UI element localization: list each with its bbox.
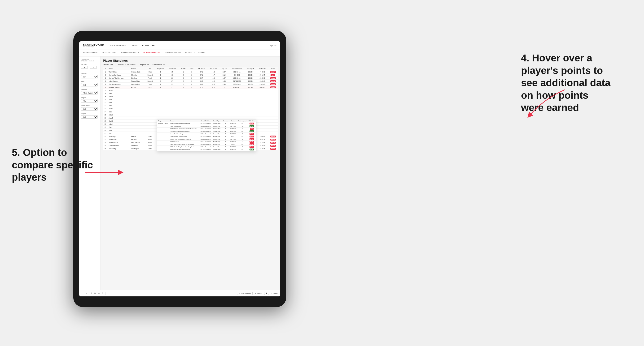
row-school[interactable]	[130, 92, 146, 95]
popup-rounds[interactable]: 3	[222, 148, 229, 151]
popup-event[interactable]: UNCW Seahawk Intercollegiate	[169, 122, 199, 125]
row-vs50[interactable]: 63-54-6	[256, 80, 268, 83]
popup-points-badge[interactable]: 16.50	[250, 138, 254, 140]
row-vs50[interactable]: 29-38-2	[256, 135, 268, 138]
row-conf-rank[interactable]: 21	[166, 83, 178, 86]
row-vs50[interactable]	[256, 95, 268, 98]
popup-wpoints[interactable]: 20.64	[248, 122, 256, 125]
row-wins[interactable]	[188, 113, 195, 116]
row-avg-par[interactable]: -2.0	[208, 86, 220, 89]
popup-rounds[interactable]: 3	[222, 128, 229, 130]
popup-rounds[interactable]: 3	[222, 125, 229, 128]
row-player[interactable]: Luke Clanton	[108, 80, 130, 83]
row-num[interactable]: 7	[103, 89, 108, 92]
popup-status[interactable]: PLAYED	[229, 130, 237, 133]
popup-status[interactable]: PLAYED	[229, 128, 237, 130]
row-reg-rank[interactable]: 2	[155, 86, 166, 89]
row-yr[interactable]	[145, 95, 155, 98]
popup-event[interactable]: The Cypress Point Classic	[169, 135, 199, 138]
popup-status[interactable]: NULL	[229, 143, 237, 146]
row-player[interactable]: Michael Thorbjornsen	[108, 77, 130, 80]
points-badge[interactable]: 58.49	[270, 148, 276, 150]
no-rds-min-input[interactable]	[81, 66, 88, 69]
row-player[interactable]: Christo Lamprecht	[108, 83, 130, 86]
popup-event[interactable]: SEC Match Play hosted by Jerry Pate	[169, 143, 199, 146]
row-points[interactable]	[268, 126, 278, 129]
popup-event[interactable]: Fallen Oak Collegiate Invitational	[169, 138, 199, 141]
row-record[interactable]	[229, 110, 245, 113]
row-school[interactable]	[130, 126, 146, 129]
row-num[interactable]: 1	[103, 70, 108, 73]
row-record[interactable]: 381-61-11	[229, 70, 245, 73]
row-vs25[interactable]	[245, 95, 256, 98]
row-vs50[interactable]	[256, 113, 268, 116]
popup-rank[interactable]: +1	[237, 148, 248, 151]
row-yr[interactable]: Fourth	[145, 138, 155, 141]
row-no-rds[interactable]: 2	[178, 83, 188, 86]
row-avg-sg[interactable]: 1.47	[220, 77, 229, 80]
row-wins[interactable]: 1	[188, 77, 195, 80]
popup-rounds[interactable]: 3	[222, 146, 229, 148]
row-vs50[interactable]	[256, 116, 268, 120]
table-row[interactable]: 4Luke ClantonFlorida StateSecond5272168.…	[103, 80, 278, 83]
popup-points-badge[interactable]: 53.60	[250, 125, 254, 127]
row-points[interactable]: 58.49	[268, 147, 278, 150]
popup-points-badge[interactable]: 66.40	[250, 149, 254, 151]
row-school[interactable]: Washington	[130, 147, 146, 150]
popup-points-badge[interactable]: 40.7	[250, 128, 254, 130]
row-avg-par[interactable]: -3.2	[208, 70, 220, 73]
row-avg-sg[interactable]	[220, 113, 229, 116]
row-wins[interactable]: 2	[188, 86, 195, 89]
row-adj-score[interactable]	[195, 107, 208, 110]
popup-division[interactable]: NCAA Division I	[199, 122, 212, 125]
toolbar-copy[interactable]: ⧉	[94, 292, 96, 295]
popup-player[interactable]	[157, 146, 169, 148]
row-conf-rank[interactable]	[166, 104, 178, 107]
division-select[interactable]: NCAA Division I	[81, 91, 98, 94]
row-player[interactable]: Tiger	[108, 126, 130, 129]
row-points[interactable]: 60.27	[268, 138, 278, 141]
row-vs50[interactable]: 19-16-2	[256, 141, 268, 144]
row-num[interactable]: 9	[103, 95, 108, 98]
row-school[interactable]	[130, 89, 146, 92]
popup-points-badge[interactable]: 30.47	[250, 141, 254, 143]
row-conf-rank[interactable]	[166, 107, 178, 110]
row-num[interactable]: 10	[103, 98, 108, 101]
row-player[interactable]: Michael La Sasso	[108, 73, 130, 77]
popup-event[interactable]: Mirabel Maui Jim Intercollegiate	[169, 148, 199, 151]
popup-player[interactable]	[157, 138, 169, 141]
row-avg-par[interactable]	[208, 110, 220, 113]
popup-status[interactable]: NULL	[229, 135, 237, 138]
row-record[interactable]	[229, 98, 245, 101]
popup-type[interactable]: Stroke Play	[212, 146, 222, 148]
row-reg-rank[interactable]: 2	[155, 83, 166, 86]
popup-rank[interactable]: +1	[237, 138, 248, 141]
popup-player[interactable]	[157, 125, 169, 128]
row-points[interactable]: 68.34	[268, 80, 278, 83]
row-player[interactable]: Petr Hruby	[108, 147, 130, 150]
row-record[interactable]	[229, 101, 245, 104]
sign-out[interactable]: Sign out	[270, 44, 276, 46]
popup-division[interactable]: NCAA Division I	[199, 130, 212, 133]
row-wins[interactable]: 1	[188, 80, 195, 83]
popup-rounds[interactable]: 3	[222, 122, 229, 125]
row-reg-rank[interactable]	[155, 104, 166, 107]
popup-wpoints[interactable]: 16.50	[248, 138, 256, 141]
popup-player[interactable]	[157, 148, 169, 151]
points-badge[interactable]: 76.3	[270, 74, 275, 76]
row-vs50[interactable]	[256, 132, 268, 135]
row-yr[interactable]: Fifth	[145, 147, 155, 150]
row-no-rds[interactable]	[178, 104, 188, 107]
row-avg-par[interactable]	[208, 92, 220, 95]
row-adj-score[interactable]: 68.7	[195, 77, 208, 80]
row-points[interactable]	[268, 116, 278, 120]
popup-points-badge[interactable]: 25.38	[250, 143, 254, 145]
popup-status[interactable]: PLAYED	[229, 141, 237, 143]
row-num[interactable]: 11	[103, 101, 108, 104]
row-adj-score[interactable]: 68.0	[195, 83, 208, 86]
popup-rounds[interactable]: 3	[222, 133, 229, 135]
row-points[interactable]	[268, 107, 278, 110]
row-school[interactable]	[130, 132, 146, 135]
row-num[interactable]: 26	[103, 147, 108, 150]
row-yr[interactable]	[145, 113, 155, 116]
